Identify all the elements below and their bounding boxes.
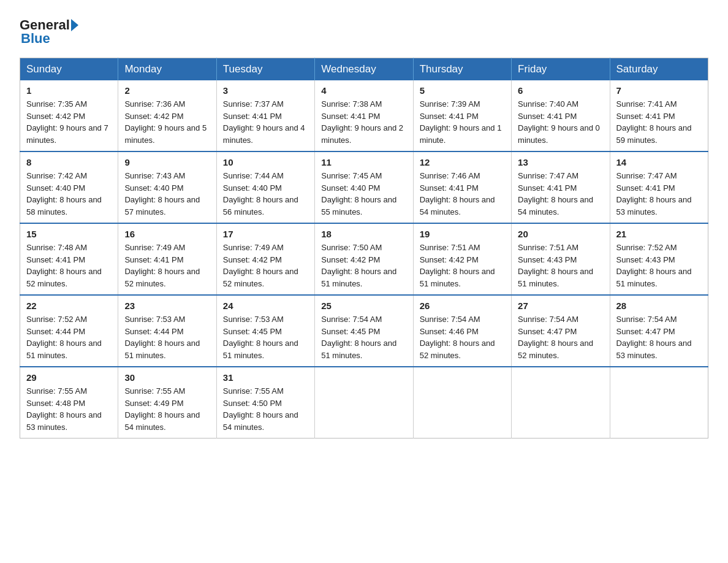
day-number: 27 [518,301,603,311]
calendar-day-cell [610,367,708,439]
day-info: Sunrise: 7:53 AMSunset: 4:45 PMDaylight:… [223,313,308,361]
calendar-weekday-friday: Friday [512,58,610,81]
day-info: Sunrise: 7:42 AMSunset: 4:40 PMDaylight:… [26,170,112,218]
day-number: 13 [518,157,603,167]
calendar-day-cell: 10Sunrise: 7:44 AMSunset: 4:40 PMDayligh… [216,151,314,223]
calendar-week-row: 8Sunrise: 7:42 AMSunset: 4:40 PMDaylight… [20,151,708,223]
calendar-week-row: 1Sunrise: 7:35 AMSunset: 4:42 PMDaylight… [20,80,708,151]
day-number: 28 [616,301,702,311]
calendar-day-cell [413,367,511,439]
day-info: Sunrise: 7:54 AMSunset: 4:47 PMDaylight:… [616,313,702,361]
day-number: 26 [420,301,505,311]
day-number: 21 [616,229,702,239]
day-info: Sunrise: 7:54 AMSunset: 4:46 PMDaylight:… [420,313,505,361]
day-number: 20 [518,229,603,239]
day-info: Sunrise: 7:46 AMSunset: 4:41 PMDaylight:… [420,170,505,218]
day-number: 10 [223,157,308,167]
calendar-day-cell: 19Sunrise: 7:51 AMSunset: 4:42 PMDayligh… [413,223,511,295]
day-info: Sunrise: 7:51 AMSunset: 4:43 PMDaylight:… [518,242,603,289]
day-info: Sunrise: 7:48 AMSunset: 4:41 PMDaylight:… [26,242,112,289]
calendar-day-cell: 25Sunrise: 7:54 AMSunset: 4:45 PMDayligh… [315,295,413,367]
day-number: 2 [124,85,210,96]
calendar-day-cell: 16Sunrise: 7:49 AMSunset: 4:41 PMDayligh… [118,223,216,295]
day-number: 31 [223,372,308,383]
calendar-day-cell: 20Sunrise: 7:51 AMSunset: 4:43 PMDayligh… [512,223,610,295]
calendar-day-cell: 4Sunrise: 7:38 AMSunset: 4:41 PMDaylight… [315,80,413,151]
header: General Blue [20,15,708,47]
calendar-week-row: 15Sunrise: 7:48 AMSunset: 4:41 PMDayligh… [20,223,708,295]
day-info: Sunrise: 7:50 AMSunset: 4:42 PMDaylight:… [321,242,406,289]
calendar-day-cell: 1Sunrise: 7:35 AMSunset: 4:42 PMDaylight… [20,80,118,151]
day-info: Sunrise: 7:52 AMSunset: 4:43 PMDaylight:… [616,242,702,289]
logo: General Blue [20,15,80,47]
calendar-day-cell: 6Sunrise: 7:40 AMSunset: 4:41 PMDaylight… [512,80,610,151]
day-number: 15 [26,229,112,239]
day-number: 16 [124,229,210,239]
day-info: Sunrise: 7:47 AMSunset: 4:41 PMDaylight:… [616,170,702,218]
day-info: Sunrise: 7:40 AMSunset: 4:41 PMDaylight:… [518,98,603,146]
day-info: Sunrise: 7:49 AMSunset: 4:41 PMDaylight:… [124,242,210,289]
day-info: Sunrise: 7:38 AMSunset: 4:41 PMDaylight:… [321,98,406,146]
calendar-day-cell [512,367,610,439]
day-number: 4 [321,85,406,96]
calendar-weekday-thursday: Thursday [413,58,511,81]
calendar-day-cell: 3Sunrise: 7:37 AMSunset: 4:41 PMDaylight… [216,80,314,151]
calendar-day-cell: 18Sunrise: 7:50 AMSunset: 4:42 PMDayligh… [315,223,413,295]
calendar-day-cell: 26Sunrise: 7:54 AMSunset: 4:46 PMDayligh… [413,295,511,367]
calendar-day-cell: 29Sunrise: 7:55 AMSunset: 4:48 PMDayligh… [20,367,118,439]
day-number: 9 [124,157,210,167]
day-info: Sunrise: 7:44 AMSunset: 4:40 PMDaylight:… [223,170,308,218]
calendar-day-cell: 5Sunrise: 7:39 AMSunset: 4:41 PMDaylight… [413,80,511,151]
day-info: Sunrise: 7:54 AMSunset: 4:47 PMDaylight:… [518,313,603,361]
calendar-day-cell: 28Sunrise: 7:54 AMSunset: 4:47 PMDayligh… [610,295,708,367]
logo-blue-text: Blue [21,31,50,46]
calendar-weekday-monday: Monday [118,58,216,81]
calendar-day-cell: 8Sunrise: 7:42 AMSunset: 4:40 PMDaylight… [20,151,118,223]
day-number: 29 [26,372,112,383]
day-number: 25 [321,301,406,311]
calendar-day-cell: 24Sunrise: 7:53 AMSunset: 4:45 PMDayligh… [216,295,314,367]
day-number: 23 [124,301,210,311]
calendar-day-cell: 15Sunrise: 7:48 AMSunset: 4:41 PMDayligh… [20,223,118,295]
day-number: 19 [420,229,505,239]
day-info: Sunrise: 7:45 AMSunset: 4:40 PMDaylight:… [321,170,406,218]
calendar-day-cell: 17Sunrise: 7:49 AMSunset: 4:42 PMDayligh… [216,223,314,295]
calendar-day-cell: 9Sunrise: 7:43 AMSunset: 4:40 PMDaylight… [118,151,216,223]
day-info: Sunrise: 7:49 AMSunset: 4:42 PMDaylight:… [223,242,308,289]
calendar-day-cell: 22Sunrise: 7:52 AMSunset: 4:44 PMDayligh… [20,295,118,367]
calendar-weekday-wednesday: Wednesday [315,58,413,81]
day-number: 8 [26,157,112,167]
calendar-day-cell: 2Sunrise: 7:36 AMSunset: 4:42 PMDaylight… [118,80,216,151]
calendar-day-cell: 30Sunrise: 7:55 AMSunset: 4:49 PMDayligh… [118,367,216,439]
day-number: 17 [223,229,308,239]
calendar-weekday-tuesday: Tuesday [216,58,314,81]
day-info: Sunrise: 7:55 AMSunset: 4:48 PMDaylight:… [26,385,112,433]
calendar-day-cell: 13Sunrise: 7:47 AMSunset: 4:41 PMDayligh… [512,151,610,223]
calendar-day-cell: 23Sunrise: 7:53 AMSunset: 4:44 PMDayligh… [118,295,216,367]
day-number: 7 [616,85,702,96]
day-number: 22 [26,301,112,311]
day-number: 5 [420,85,505,96]
day-number: 3 [223,85,308,96]
day-info: Sunrise: 7:55 AMSunset: 4:50 PMDaylight:… [223,385,308,433]
day-number: 6 [518,85,603,96]
calendar-day-cell: 27Sunrise: 7:54 AMSunset: 4:47 PMDayligh… [512,295,610,367]
day-info: Sunrise: 7:37 AMSunset: 4:41 PMDaylight:… [223,98,308,146]
day-info: Sunrise: 7:36 AMSunset: 4:42 PMDaylight:… [124,98,210,146]
day-number: 1 [26,85,112,96]
calendar-day-cell [315,367,413,439]
calendar-day-cell: 31Sunrise: 7:55 AMSunset: 4:50 PMDayligh… [216,367,314,439]
calendar-table: SundayMondayTuesdayWednesdayThursdayFrid… [20,58,708,439]
day-info: Sunrise: 7:47 AMSunset: 4:41 PMDaylight:… [518,170,603,218]
logo-arrow-icon [71,19,78,31]
day-number: 12 [420,157,505,167]
calendar-day-cell: 11Sunrise: 7:45 AMSunset: 4:40 PMDayligh… [315,151,413,223]
calendar-day-cell: 14Sunrise: 7:47 AMSunset: 4:41 PMDayligh… [610,151,708,223]
day-info: Sunrise: 7:35 AMSunset: 4:42 PMDaylight:… [26,98,112,146]
calendar-week-row: 22Sunrise: 7:52 AMSunset: 4:44 PMDayligh… [20,295,708,367]
day-number: 18 [321,229,406,239]
calendar-header-row: SundayMondayTuesdayWednesdayThursdayFrid… [20,58,708,81]
calendar-weekday-sunday: Sunday [20,58,118,81]
calendar-day-cell: 21Sunrise: 7:52 AMSunset: 4:43 PMDayligh… [610,223,708,295]
day-number: 11 [321,157,406,167]
